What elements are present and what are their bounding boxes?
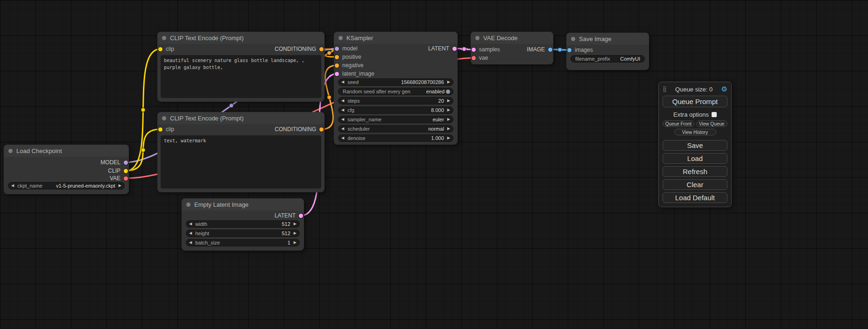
increment-arrow-icon[interactable]: ▶ — [447, 80, 450, 84]
port-label: LATENT — [275, 212, 296, 219]
collapse-dot[interactable] — [8, 149, 13, 153]
node-graph-canvas[interactable]: Load Checkpoint MODEL CLIP VAE ◀ ckpt_na… — [0, 0, 868, 329]
increment-arrow-icon[interactable]: ▶ — [294, 231, 296, 235]
increment-arrow-icon[interactable]: ▶ — [294, 222, 296, 226]
node-title-bar[interactable]: KSampler — [334, 32, 458, 44]
decrement-arrow-icon[interactable]: ◀ — [341, 108, 344, 112]
extra-options-checkbox[interactable] — [712, 112, 717, 117]
node-title-bar[interactable]: VAE Decode — [471, 32, 553, 44]
queue-prompt-button[interactable]: Queue Prompt — [663, 96, 727, 107]
width-widget[interactable]: ◀ width 512 ▶ — [186, 220, 300, 228]
steps-widget[interactable]: ◀ steps 20 ▶ — [338, 97, 453, 105]
negative-input-port[interactable] — [335, 63, 339, 68]
increment-arrow-icon[interactable]: ▶ — [447, 108, 450, 112]
collapse-dot[interactable] — [571, 37, 575, 41]
node-clip-text-encode-negative[interactable]: CLIP Text Encode (Prompt) clip CONDITION… — [157, 112, 325, 192]
scheduler-widget[interactable]: ◀ scheduler normal ▶ — [338, 125, 453, 133]
clip-output-port[interactable] — [124, 169, 128, 173]
conditioning-output-port[interactable] — [319, 47, 324, 51]
sampler-name-widget[interactable]: ◀ sampler_name euler ▶ — [338, 116, 453, 123]
ckpt-name-widget[interactable]: ◀ ckpt_name v1-5-pruned-emaonly.ckpt ▶ — [8, 182, 125, 189]
vae-output-port[interactable] — [124, 176, 128, 181]
refresh-button[interactable]: Refresh — [663, 166, 727, 177]
node-vae-decode[interactable]: VAE Decode samples vae IMAGE — [471, 32, 553, 64]
node-save-image[interactable]: Save Image images filename_prefix ComfyU… — [566, 33, 649, 70]
height-widget[interactable]: ◀ height 512 ▶ — [186, 230, 300, 237]
samples-input-port[interactable] — [472, 48, 476, 52]
clip-input-port[interactable] — [158, 47, 162, 51]
clip-input-port[interactable] — [158, 127, 162, 132]
node-clip-text-encode-positive[interactable]: CLIP Text Encode (Prompt) clip CONDITION… — [157, 32, 325, 102]
collapse-dot[interactable] — [162, 36, 166, 40]
save-button[interactable]: Save — [663, 140, 727, 151]
widget-value: 1.000 — [431, 135, 444, 141]
decrement-arrow-icon[interactable]: ◀ — [341, 118, 344, 121]
random-seed-toggle-widget[interactable]: Random seed after every gen enabled — [338, 88, 453, 95]
cfg-widget[interactable]: ◀ cfg 8.000 ▶ — [338, 106, 453, 114]
collapse-dot[interactable] — [475, 36, 480, 40]
images-input-port[interactable] — [567, 48, 572, 52]
decrement-arrow-icon[interactable]: ◀ — [189, 241, 192, 245]
latent-image-input-port[interactable] — [335, 72, 339, 76]
increment-arrow-icon[interactable]: ▶ — [119, 184, 121, 188]
link-midpoint-dot — [141, 108, 145, 112]
collapse-dot[interactable] — [186, 203, 191, 207]
drag-handle-icon[interactable]: ⣿ — [663, 86, 667, 92]
widget-value: 1 — [288, 240, 290, 245]
widget-label: seed — [347, 79, 359, 85]
decrement-arrow-icon[interactable]: ◀ — [11, 184, 14, 188]
decrement-arrow-icon[interactable]: ◀ — [341, 80, 344, 84]
model-output-port[interactable] — [124, 161, 128, 165]
node-empty-latent-image[interactable]: Empty Latent Image LATENT ◀ width 512 ▶ … — [182, 198, 304, 251]
node-ksampler[interactable]: KSampler model positive negative latent_… — [334, 32, 458, 145]
latent-image-input: latent_image — [335, 70, 374, 77]
decrement-arrow-icon[interactable]: ◀ — [341, 99, 344, 103]
batch-size-widget[interactable]: ◀ batch_size 1 ▶ — [186, 239, 300, 246]
decrement-arrow-icon[interactable]: ◀ — [341, 136, 344, 140]
positive-prompt-textarea[interactable]: beautiful scenery nature glass bottle la… — [161, 55, 321, 98]
increment-arrow-icon[interactable]: ▶ — [447, 136, 450, 140]
node-title-bar[interactable]: Load Checkpoint — [4, 145, 129, 157]
increment-arrow-icon[interactable]: ▶ — [294, 241, 296, 245]
widget-value: 156680208700286 — [401, 79, 444, 85]
clear-button[interactable]: Clear — [663, 179, 727, 190]
widget-label: denoise — [347, 135, 366, 141]
image-output-port[interactable] — [548, 48, 552, 52]
collapse-dot[interactable] — [339, 36, 343, 40]
increment-arrow-icon[interactable]: ▶ — [447, 118, 450, 121]
node-title-bar[interactable]: Save Image — [566, 33, 649, 45]
view-history-button[interactable]: View History — [674, 129, 716, 135]
link-midpoint-dot — [141, 148, 145, 152]
negative-prompt-textarea[interactable]: text, watermark — [161, 135, 321, 189]
load-button[interactable]: Load — [663, 153, 727, 164]
widget-label: Random seed after every gen — [343, 89, 410, 94]
denoise-widget[interactable]: ◀ denoise 1.000 ▶ — [338, 134, 453, 142]
queue-front-button[interactable]: Queue Front — [663, 120, 694, 127]
vae-input-port[interactable] — [472, 56, 476, 60]
increment-arrow-icon[interactable]: ▶ — [447, 127, 450, 131]
widget-value: enabled — [426, 89, 445, 94]
view-queue-button[interactable]: View Queue — [696, 120, 728, 127]
node-title-bar[interactable]: CLIP Text Encode (Prompt) — [157, 112, 325, 124]
decrement-arrow-icon[interactable]: ◀ — [189, 222, 192, 226]
model-input-port[interactable] — [335, 47, 339, 51]
decrement-arrow-icon[interactable]: ◀ — [189, 231, 192, 235]
toggle-knob[interactable] — [446, 90, 450, 94]
latent-output-port[interactable] — [299, 214, 303, 218]
conditioning-output-port[interactable] — [319, 127, 324, 132]
collapse-dot[interactable] — [162, 116, 166, 120]
node-title-bar[interactable]: CLIP Text Encode (Prompt) — [157, 32, 325, 44]
positive-input-port[interactable] — [335, 55, 339, 59]
node-title-bar[interactable]: Empty Latent Image — [182, 198, 304, 210]
settings-gear-icon[interactable]: ⚙ — [721, 85, 727, 93]
increment-arrow-icon[interactable]: ▶ — [447, 99, 450, 103]
link-midpoint-dot — [327, 95, 332, 99]
load-default-button[interactable]: Load Default — [663, 192, 727, 203]
link-midpoint-dot — [462, 47, 466, 51]
decrement-arrow-icon[interactable]: ◀ — [341, 127, 344, 131]
seed-widget[interactable]: ◀ seed 156680208700286 ▶ — [338, 78, 453, 86]
node-load-checkpoint[interactable]: Load Checkpoint MODEL CLIP VAE ◀ ckpt_na… — [4, 145, 129, 194]
port-label: samples — [479, 46, 500, 53]
latent-output-port[interactable] — [452, 47, 457, 51]
filename-prefix-widget[interactable]: filename_prefix ComfyUI — [571, 55, 645, 63]
